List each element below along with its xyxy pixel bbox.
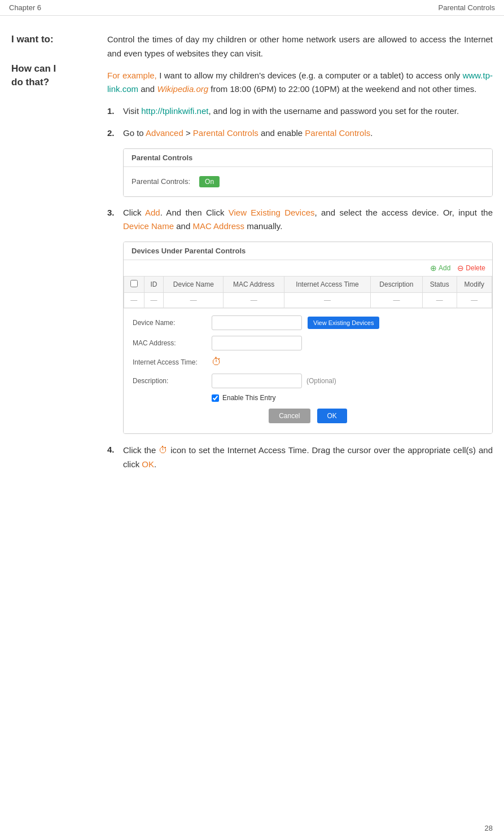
enable-entry-row: Enable This Entry	[212, 394, 483, 402]
col-mac-address: MAC Address	[223, 277, 284, 293]
page-number: 28	[485, 824, 493, 832]
add-button[interactable]: ⊕ Add	[430, 264, 450, 273]
step-3: 3. Click Add. And then Click View Existi…	[107, 206, 493, 234]
header-bar: Chapter 6 Parental Controls	[0, 0, 504, 16]
section-label: Parental Controls	[439, 3, 495, 12]
row-access-time-cell: —	[284, 293, 371, 308]
col-device-name: Device Name	[164, 277, 223, 293]
parental-controls-label: Parental Controls:	[132, 177, 190, 186]
access-time-form-label: Internet Access Time:	[133, 358, 212, 366]
step-1-num: 1.	[107, 104, 123, 119]
row-device-name-cell: —	[164, 293, 223, 308]
row-modify-cell: —	[457, 293, 492, 308]
step-1-text: Visit http://tplinkwifi.net, and log in …	[123, 104, 493, 119]
main-content: I want to: How can I do that? Control th…	[0, 16, 504, 491]
col-status: Status	[422, 277, 457, 293]
mac-address-link[interactable]: MAC Address	[192, 221, 244, 231]
row-description-cell: —	[370, 293, 422, 308]
col-checkbox	[124, 277, 144, 293]
device-name-row: Device Name: View Existing Devices	[133, 315, 483, 330]
row-status-cell: —	[422, 293, 457, 308]
table-row: — — — — — — — —	[124, 293, 492, 308]
step-4-text: Click the ⏱ icon to set the Internet Acc…	[123, 443, 493, 472]
devices-toolbar: ⊕ Add ⊖ Delete	[124, 260, 492, 276]
parental-controls-row: Parental Controls: On	[132, 173, 484, 191]
description-form-label: Description:	[133, 377, 212, 385]
device-name-input[interactable]	[212, 315, 302, 330]
minus-icon: ⊖	[457, 264, 464, 273]
step-4: 4. Click the ⏱ icon to set the Internet …	[107, 443, 493, 472]
wikipedia-link[interactable]: Wikipedia.org	[157, 84, 208, 94]
col-id: ID	[144, 277, 164, 293]
para2-and: and	[141, 84, 157, 94]
add-device-form: Device Name: View Existing Devices MAC A…	[124, 308, 492, 433]
description-row: Description: (Optional)	[133, 374, 483, 388]
ok-link[interactable]: OK	[142, 459, 154, 469]
step-2-text: Go to Advanced > Parental Controls and e…	[123, 126, 493, 141]
step-2: 2. Go to Advanced > Parental Controls an…	[107, 126, 493, 141]
parental-controls-toggle[interactable]: On	[199, 176, 220, 187]
page-footer: 28	[485, 824, 493, 832]
clock-icon[interactable]: ⏱	[212, 356, 222, 368]
clock-inline-icon: ⏱	[159, 445, 168, 455]
col-access-time: Internet Access Time	[284, 277, 371, 293]
enable-entry-label: Enable This Entry	[222, 394, 276, 402]
access-time-row: Internet Access Time: ⏱	[133, 356, 483, 368]
col-description: Description	[370, 277, 422, 293]
step-1: 1. Visit http://tplinkwifi.net, and log …	[107, 104, 493, 119]
parental-controls-link1[interactable]: Parental Controls	[193, 128, 258, 138]
para2-middle: I want to allow my children's devices (e…	[159, 71, 463, 80]
add-link[interactable]: Add	[145, 208, 160, 217]
step-2-num: 2.	[107, 126, 123, 141]
table-header-row: ID Device Name MAC Address Internet Acce…	[124, 277, 492, 293]
devices-under-parental-controls-panel: Devices Under Parental Controls ⊕ Add ⊖ …	[123, 242, 493, 434]
step-3-num: 3.	[107, 206, 123, 234]
parental-controls-panel-item: Parental Controls Parental Controls: On	[123, 148, 493, 197]
tplinkwifi-link[interactable]: http://tplinkwifi.net	[141, 106, 208, 116]
mac-address-input[interactable]	[212, 336, 302, 350]
for-example-text: For example,	[107, 71, 157, 80]
form-buttons: Cancel OK	[133, 409, 483, 427]
row-checkbox-cell: —	[124, 293, 144, 308]
row-id-cell: —	[144, 293, 164, 308]
devices-table: ID Device Name MAC Address Internet Acce…	[124, 276, 492, 308]
left-column: I want to: How can I do that?	[11, 33, 102, 480]
para2-suffix: from 18:00 (6PM) to 22:00 (10PM) at the …	[211, 84, 476, 94]
row-mac-cell: —	[223, 293, 284, 308]
delete-button[interactable]: ⊖ Delete	[457, 264, 485, 273]
intro-para1: Control the times of day my children or …	[107, 33, 493, 61]
enable-entry-checkbox[interactable]	[212, 394, 219, 402]
mac-address-row: MAC Address:	[133, 336, 483, 350]
chapter-label: Chapter 6	[9, 3, 41, 12]
view-existing-devices-button[interactable]: View Existing Devices	[308, 317, 379, 329]
parental-panel-body: Parental Controls: On	[124, 167, 492, 196]
devices-panel-title: Devices Under Parental Controls	[124, 242, 492, 260]
description-input[interactable]	[212, 374, 302, 388]
i-want-to-label: I want to:	[11, 33, 96, 46]
parental-controls-link2[interactable]: Parental Controls	[305, 128, 370, 138]
right-column: Control the times of day my children or …	[102, 33, 493, 480]
intro-para2: For example, I want to allow my children…	[107, 69, 493, 97]
device-name-form-label: Device Name:	[133, 319, 212, 327]
devices-panel-item: Devices Under Parental Controls ⊕ Add ⊖ …	[123, 242, 493, 434]
parental-controls-panel: Parental Controls Parental Controls: On	[123, 148, 493, 197]
col-modify: Modify	[457, 277, 492, 293]
plus-icon: ⊕	[430, 264, 437, 273]
optional-text: (Optional)	[306, 377, 336, 385]
step-4-num: 4.	[107, 443, 123, 472]
select-all-checkbox[interactable]	[130, 280, 138, 287]
step-3-text: Click Add. And then Click View Existing …	[123, 206, 493, 234]
how-can-i-label: How can I do that?	[11, 62, 96, 89]
view-existing-link[interactable]: View Existing Devices	[229, 208, 315, 217]
cancel-button[interactable]: Cancel	[269, 409, 310, 423]
parental-panel-title: Parental Controls	[124, 149, 492, 167]
ok-button[interactable]: OK	[317, 409, 347, 423]
device-name-link[interactable]: Device Name	[123, 221, 174, 231]
mac-address-form-label: MAC Address:	[133, 339, 212, 347]
advanced-link[interactable]: Advanced	[146, 128, 183, 138]
steps-list: 1. Visit http://tplinkwifi.net, and log …	[107, 104, 493, 472]
